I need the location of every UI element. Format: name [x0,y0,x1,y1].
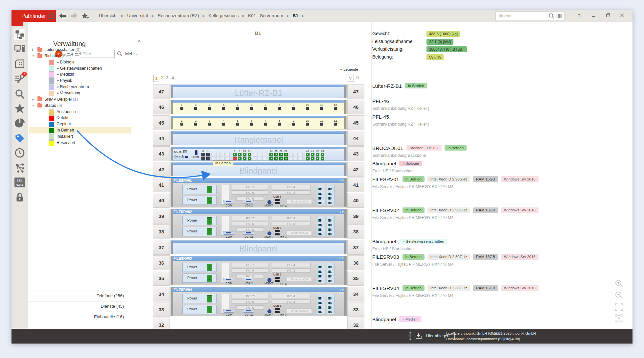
entry-title[interactable]: BROCADE01 [372,145,403,151]
auto-label-icon[interactable]: A [614,314,624,323]
pci-slot[interactable]: PCI 3 [272,268,310,273]
favorite-add-icon[interactable] [81,12,90,20]
com-port-icon[interactable] [223,231,234,235]
usb3-port-icon[interactable] [275,199,280,201]
pci-slot[interactable]: PCI 6 [232,268,268,273]
switch-port-1[interactable]: 1 [206,150,210,160]
switch-port-41[interactable]: 41 [310,150,314,160]
legend-toggle[interactable]: « Legende [324,67,358,71]
rack-tab-1[interactable]: 1 [153,75,159,82]
section-einbauteile-16[interactable]: Einbauteile (16) [28,312,126,322]
patch-port-3[interactable]: 3 [207,103,213,112]
pie-chart-icon[interactable] [14,118,25,129]
clock-icon[interactable] [14,147,25,158]
rack-tab-2[interactable]: 2 [159,75,164,81]
pci-slot[interactable]: PCI 4 [272,263,310,267]
switch-port-40[interactable]: 40 [306,150,310,160]
patch-port-1[interactable]: 1 [179,119,185,128]
entry-title[interactable]: Blindpanel [372,317,396,322]
patch-port-3[interactable]: 3 [207,119,213,128]
vga-port-icon[interactable] [243,309,254,313]
patch-port-10[interactable]: 10 [305,103,310,112]
tree-item-installiert[interactable]: Installiert [29,133,131,140]
unit-blindpanel-row42[interactable]: V HBlindpanel [171,162,347,176]
tree-item-verwaltung[interactable]: » Verwaltung [29,90,131,96]
vga-port-icon[interactable] [243,278,254,281]
unit-server-filesrv03[interactable]: FILESRV03V HPowerPowerPCI 7PCI 6PCI 5PCI… [171,256,347,285]
ip-address-icon[interactable]: 192. 0.0.1 [14,178,25,187]
usb4-port-icon[interactable] [275,311,280,313]
com-port-icon[interactable] [223,278,234,281]
pci-slot[interactable]: PCI 3 [272,190,310,195]
switch-port-10[interactable]: 10 [242,150,246,160]
close-button[interactable] [617,12,627,20]
collapsed-icon[interactable]: ▶ [32,96,34,103]
tree-item-reserviert[interactable]: Reserviert [29,140,131,146]
power-supply-1[interactable]: Power [182,185,217,194]
forward-icon[interactable] [70,12,78,20]
rack-tab-3[interactable]: 3 [165,75,170,81]
tree-item-geplant[interactable]: Geplant [29,121,131,127]
com-port-icon[interactable] [223,200,234,203]
patch-port-7[interactable]: 7 [263,103,268,112]
section-telefone-256[interactable]: Telefone (256) [28,291,126,300]
patch-port-12[interactable]: 12 [333,103,338,112]
pci-slot[interactable]: PCI 7 [232,185,268,189]
unit-blindpanel-row37[interactable]: V HBlindpanel [171,240,347,254]
pci-slot[interactable]: PCI 6 [232,190,268,195]
patch-port-12[interactable]: 12 [333,119,338,128]
patch-port-11[interactable]: 11 [318,119,324,128]
entry-title[interactable]: PFL-45 [372,114,389,120]
tree-folder-status[interactable]: ▼Status (6) [29,103,131,109]
lom-slot[interactable]: DinamicLOM [287,199,312,204]
pci-slot[interactable]: PCI 4 [272,185,310,189]
back-icon[interactable] [58,12,67,20]
tree-item-medizin[interactable]: » Medizin [29,71,131,78]
tree-folder-snmp-beispiel[interactable]: ▶SNMP Beispiel (1) [29,96,131,103]
usb3-port-icon[interactable] [275,277,280,279]
usb3-port-icon[interactable] [275,230,280,232]
switch-port-43[interactable]: 43 [320,150,324,160]
unit-server-filesrv01[interactable]: FILESRV01V HPowerPowerPCI 7PCI 6PCI 5PCI… [171,178,347,207]
breadcrumb-item-k01-serverraum[interactable]: K01 - Serverraum [248,13,283,18]
floorplan-icon[interactable] [14,59,25,70]
unit-rangierpanel-row44[interactable]: V HRangierpanel [171,131,347,145]
zoom-out-icon[interactable] [614,291,624,300]
tree-item-physik[interactable]: » Physik [29,78,131,84]
patch-port-10[interactable]: 10 [305,119,310,128]
lom-slot[interactable]: DinamicLOM [287,277,312,282]
switch-port-9[interactable]: 9 [238,150,242,160]
patch-port-7[interactable]: 7 [263,119,268,128]
entry-title[interactable]: FILESRV02 [372,207,399,213]
lan-port-block[interactable]: 1234 [327,263,335,283]
view-button-v[interactable]: V [347,75,354,82]
rack-tab-4[interactable]: 4 [170,75,175,81]
patch-port-1[interactable]: 1 [179,103,185,112]
patch-port-8[interactable]: 8 [277,103,283,112]
breadcrumb-item-b1[interactable]: B1 [293,13,298,18]
vga-port-icon[interactable] [243,200,254,203]
patch-port-9[interactable]: 9 [290,119,296,128]
patch-port-5[interactable]: 5 [235,103,241,112]
patch-port-6[interactable]: 6 [249,119,255,128]
power-supply-2[interactable]: Power [182,305,217,314]
usb4-port-icon[interactable] [275,202,280,204]
search-module-icon[interactable] [14,88,25,99]
unit-lüfter-rz-b1-row47[interactable]: V HLüfter-RZ-B1 [171,84,347,98]
minimize-button[interactable] [589,12,599,20]
help-button[interactable]: ? [574,12,584,20]
lock-icon[interactable] [14,192,25,203]
lom-slot[interactable]: DinamicLOM [287,308,312,313]
entry-title[interactable]: FILESRV04 [372,285,399,291]
topology-icon[interactable] [14,162,25,173]
patch-port-2[interactable]: 2 [193,119,199,128]
entry-title[interactable]: FILESRV01 [372,177,399,182]
unit-view-buttons[interactable]: V H [339,209,344,214]
pci-slot[interactable]: PCI 7 [232,263,268,267]
tree-folder-leitungsschalter[interactable]: ▶Leitungsschalter (3) [29,47,131,53]
entry-title[interactable]: PFL-46 [372,98,389,104]
view-button-h[interactable]: H [355,75,361,81]
patch-port-2[interactable]: 2 [193,103,199,112]
lom-slot[interactable]: DinamicLOM [287,230,312,235]
com-port-icon[interactable] [223,309,234,313]
